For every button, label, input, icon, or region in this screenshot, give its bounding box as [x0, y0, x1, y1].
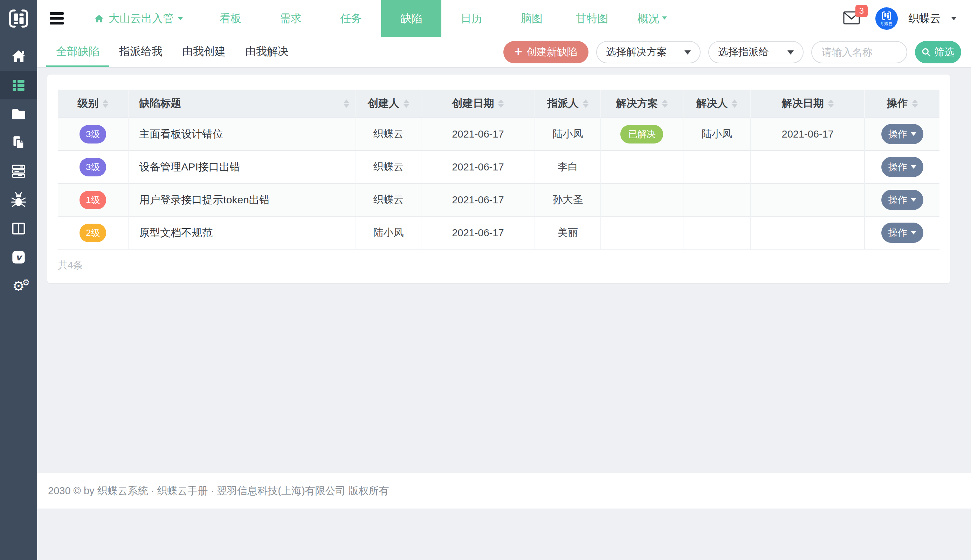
resolved-date-cell	[751, 150, 864, 183]
chevron-down-icon	[911, 198, 916, 204]
sort-icon[interactable]	[732, 99, 737, 108]
sidebar-item-home[interactable]	[0, 42, 37, 71]
row-action-button[interactable]: 操作	[881, 157, 923, 177]
tab-calendar[interactable]: 日历	[441, 0, 501, 37]
menu-toggle-button[interactable]	[50, 10, 64, 27]
app-logo[interactable]	[0, 0, 37, 37]
sidebar-item-documents[interactable]	[0, 128, 37, 157]
sort-icon[interactable]	[828, 99, 834, 108]
created-date-cell: 2021-06-17	[421, 150, 535, 183]
assignee-cell: 孙大圣	[535, 183, 601, 216]
tab-kanban[interactable]: 看板	[201, 0, 261, 37]
col-creator[interactable]: 创建人	[356, 90, 421, 118]
resolved-date-cell: 2021-06-17	[751, 118, 864, 150]
main-nav: 看板 需求 任务 缺陷 日历 脑图 甘特图 概况	[201, 0, 682, 37]
level-badge: 3级	[80, 125, 106, 143]
sidebar-item-columns[interactable]	[0, 214, 37, 243]
col-actions[interactable]: 操作	[864, 90, 939, 118]
sidebar-item-settings[interactable]: ⚙⚙	[0, 272, 37, 300]
filter-button[interactable]: 筛选	[915, 41, 961, 63]
sidebar-item-server[interactable]	[0, 157, 37, 185]
row-action-button[interactable]: 操作	[881, 223, 923, 243]
subtab-assigned-to-me[interactable]: 指派给我	[109, 37, 172, 67]
bug-icon	[10, 191, 27, 208]
creator-cell: 陆小凤	[356, 216, 421, 249]
notifications-button[interactable]: 3	[843, 11, 860, 26]
sort-icon[interactable]	[583, 99, 588, 108]
search-icon	[922, 48, 931, 57]
creator-cell: 织蝶云	[356, 150, 421, 183]
resolver-cell: 陆小凤	[683, 118, 751, 150]
col-resolved-date[interactable]: 解决日期	[751, 90, 864, 118]
sidebar: v ⚙⚙	[0, 0, 37, 560]
sidebar-item-vimeo[interactable]: v	[0, 243, 37, 272]
sort-icon[interactable]	[662, 99, 668, 108]
name-search-input[interactable]	[811, 41, 907, 63]
chevron-down-icon	[662, 17, 667, 22]
solution-filter-select[interactable]: 选择解决方案	[596, 41, 700, 63]
defect-title: 用户登录接口提示token出错	[128, 183, 356, 216]
defect-title: 主面看板设计错位	[128, 118, 356, 150]
sort-icon[interactable]	[103, 99, 108, 108]
top-navigation-bar: 大山云出入管 看板 需求 任务 缺陷 日历 脑图 甘特图 概况 3	[37, 0, 971, 37]
defect-list-icon	[10, 76, 27, 94]
folder-icon	[10, 105, 27, 122]
table-row[interactable]: 1级 用户登录接口提示token出错 织蝶云 2021-06-17 孙大圣 操作	[58, 183, 939, 216]
plus-icon: +	[515, 45, 522, 58]
tab-gantt[interactable]: 甘特图	[562, 0, 622, 37]
sort-icon[interactable]	[344, 99, 349, 108]
col-resolver[interactable]: 解决人	[683, 90, 751, 118]
user-menu-chevron-icon[interactable]	[951, 17, 956, 23]
resolved-date-cell	[751, 216, 864, 249]
row-action-button[interactable]: 操作	[881, 124, 923, 144]
subtab-all-defects[interactable]: 全部缺陷	[46, 37, 109, 67]
assignee-cell: 美丽	[535, 216, 601, 249]
avatar[interactable]: 织蝶云	[876, 7, 898, 30]
sort-icon[interactable]	[912, 99, 918, 108]
defect-table-card: 级别 缺陷标题 创建人 创建日期 指派人 解决方案 解决人 解决日期 操作 3级…	[47, 75, 950, 283]
table-row[interactable]: 3级 设备管理API接口出错 织蝶云 2021-06-17 李白 操作	[58, 150, 939, 183]
assignee-cell: 陆小凤	[535, 118, 601, 150]
col-created-date[interactable]: 创建日期	[421, 90, 535, 118]
table-row[interactable]: 3级 主面看板设计错位 织蝶云 2021-06-17 陆小凤 已解决 陆小凤 2…	[58, 118, 939, 150]
table-row[interactable]: 2级 原型文档不规范 陆小凤 2021-06-17 美丽 操作	[58, 216, 939, 249]
assignee-filter-select[interactable]: 选择指派给	[708, 41, 804, 63]
defect-table: 级别 缺陷标题 创建人 创建日期 指派人 解决方案 解决人 解决日期 操作 3级…	[58, 90, 939, 250]
user-name[interactable]: 织蝶云	[908, 11, 941, 26]
tab-defects[interactable]: 缺陷	[381, 0, 441, 37]
col-assignee[interactable]: 指派人	[535, 90, 601, 118]
row-action-button[interactable]: 操作	[881, 190, 923, 210]
solution-cell	[601, 183, 683, 216]
total-count: 共4条	[58, 258, 939, 272]
resolver-cell	[683, 216, 751, 249]
sidebar-item-folder[interactable]	[0, 99, 37, 128]
columns-icon	[10, 220, 27, 237]
resolver-cell	[683, 183, 751, 216]
server-icon	[10, 162, 27, 180]
sidebar-item-bug[interactable]	[0, 185, 37, 214]
project-switcher[interactable]: 大山云出入管	[94, 11, 183, 26]
level-badge: 3级	[80, 158, 106, 177]
creator-cell: 织蝶云	[356, 118, 421, 150]
chevron-down-icon	[787, 50, 794, 57]
tab-tasks[interactable]: 任务	[321, 0, 381, 37]
filter-bar: + 创建新缺陷 选择解决方案 选择指派给 筛选	[503, 37, 971, 67]
chevron-down-icon	[911, 132, 916, 138]
avatar-logo-icon	[882, 11, 891, 21]
sort-icon[interactable]	[404, 99, 409, 108]
gears-icon: ⚙⚙	[12, 279, 25, 293]
tab-mindmap[interactable]: 脑图	[501, 0, 562, 37]
defect-subtabs: 全部缺陷 指派给我 由我创建 由我解决	[46, 37, 298, 67]
tab-overview[interactable]: 概况	[622, 0, 682, 37]
subtab-resolved-by-me[interactable]: 由我解决	[236, 37, 298, 67]
tab-requirements[interactable]: 需求	[261, 0, 321, 37]
create-defect-button[interactable]: + 创建新缺陷	[503, 41, 588, 63]
sort-icon[interactable]	[498, 99, 504, 108]
notification-badge: 3	[856, 5, 867, 17]
sidebar-item-defect-list[interactable]	[0, 71, 37, 99]
col-solution[interactable]: 解决方案	[601, 90, 683, 118]
col-level[interactable]: 级别	[58, 90, 128, 118]
subtab-created-by-me[interactable]: 由我创建	[172, 37, 236, 67]
vimeo-icon: v	[10, 248, 27, 266]
col-title[interactable]: 缺陷标题	[128, 90, 356, 118]
